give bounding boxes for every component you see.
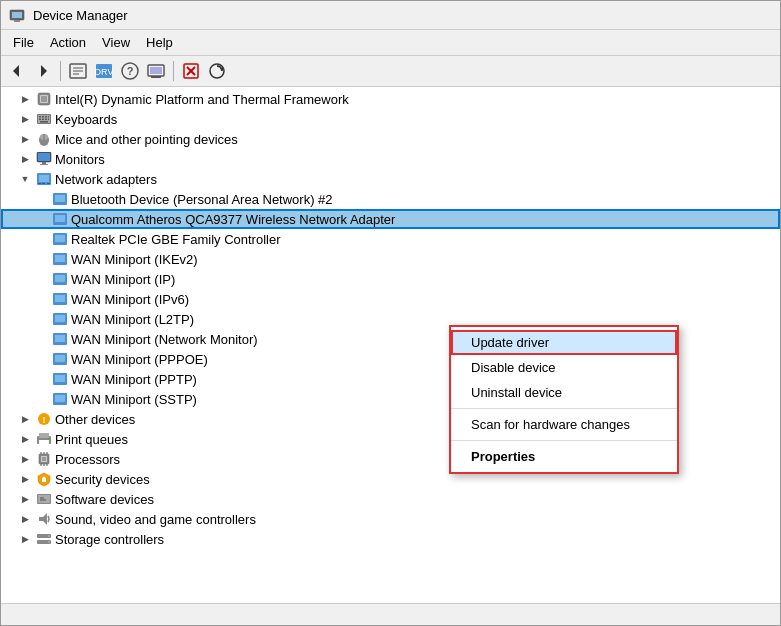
- tree-item-mice[interactable]: ▶ Mice and other pointing devices: [1, 129, 780, 149]
- expand-monitors[interactable]: ▶: [17, 151, 33, 167]
- expand-processors[interactable]: ▶: [17, 451, 33, 467]
- separator-2: [173, 61, 174, 81]
- display-device-button[interactable]: [144, 59, 168, 83]
- expand-storage[interactable]: ▶: [17, 531, 33, 547]
- title-icon: [9, 7, 25, 23]
- wan-ip-icon: [52, 271, 68, 287]
- svg-rect-52: [55, 235, 65, 242]
- context-menu-update-driver[interactable]: Update driver: [451, 330, 677, 355]
- expand-mice[interactable]: ▶: [17, 131, 33, 147]
- tree-item-intel-thermal[interactable]: ▶ Intel(R) Dynamic Platform and Thermal …: [1, 89, 780, 109]
- svg-point-94: [48, 541, 50, 543]
- wan-ikev2-label: WAN Miniport (IKEv2): [71, 252, 780, 267]
- expand-print-queues[interactable]: ▶: [17, 431, 33, 447]
- toolbar: DRV ?: [1, 56, 780, 87]
- network-adapters-icon: [36, 171, 52, 187]
- tree-item-qualcomm[interactable]: ▶ Qualcomm Atheros QCA9377 Wireless Netw…: [1, 209, 780, 229]
- menu-view[interactable]: View: [94, 32, 138, 53]
- svg-rect-56: [55, 275, 65, 282]
- keyboards-icon: [36, 111, 52, 127]
- qualcomm-label: Qualcomm Atheros QCA9377 Wireless Networ…: [71, 212, 780, 227]
- tree-item-bluetooth[interactable]: ▶ Bluetooth Device (Personal Area Networ…: [1, 189, 780, 209]
- svg-rect-14: [151, 76, 161, 78]
- svg-rect-45: [42, 183, 45, 184]
- device-manager-window: Device Manager File Action View Help: [0, 0, 781, 626]
- expand-sound[interactable]: ▶: [17, 511, 33, 527]
- monitors-icon: [36, 151, 52, 167]
- expand-intel-thermal[interactable]: ▶: [17, 91, 33, 107]
- svg-rect-1: [12, 12, 22, 18]
- svg-rect-23: [41, 96, 47, 102]
- tree-item-wan-ipv6[interactable]: ▶ WAN Miniport (IPv6): [1, 289, 780, 309]
- svg-rect-60: [55, 315, 65, 322]
- expand-network-adapters[interactable]: ▼: [17, 171, 33, 187]
- realtek-icon: [52, 231, 68, 247]
- svg-rect-72: [39, 433, 49, 438]
- svg-rect-34: [40, 121, 48, 123]
- context-menu-uninstall-device[interactable]: Uninstall device: [451, 380, 677, 405]
- svg-rect-2: [14, 20, 20, 22]
- properties-button[interactable]: [66, 59, 90, 83]
- scan-button[interactable]: [205, 59, 229, 83]
- svg-rect-58: [55, 295, 65, 302]
- menu-action[interactable]: Action: [42, 32, 94, 53]
- software-devices-label: Software devices: [55, 492, 780, 507]
- svg-rect-40: [42, 162, 46, 164]
- print-queues-icon: [36, 431, 52, 447]
- forward-button[interactable]: [31, 59, 55, 83]
- svg-rect-68: [55, 395, 65, 402]
- tree-item-keyboards[interactable]: ▶ Keyboards: [1, 109, 780, 129]
- sound-icon: [36, 511, 52, 527]
- menu-file[interactable]: File: [5, 32, 42, 53]
- context-menu-properties[interactable]: Properties: [451, 444, 677, 469]
- monitors-label: Monitors: [55, 152, 780, 167]
- expand-security-devices[interactable]: ▶: [17, 471, 33, 487]
- tree-item-wan-ikev2[interactable]: ▶ WAN Miniport (IKEv2): [1, 249, 780, 269]
- software-devices-icon: [36, 491, 52, 507]
- svg-rect-87: [38, 495, 50, 503]
- expand-keyboards[interactable]: ▶: [17, 111, 33, 127]
- context-menu-scan-hardware[interactable]: Scan for hardware changes: [451, 412, 677, 437]
- wan-l2tp-icon: [52, 311, 68, 327]
- expand-software-devices[interactable]: ▶: [17, 491, 33, 507]
- keyboards-label: Keyboards: [55, 112, 780, 127]
- uninstall-button[interactable]: [179, 59, 203, 83]
- svg-text:DRV: DRV: [95, 67, 114, 77]
- wan-ip-label: WAN Miniport (IP): [71, 272, 780, 287]
- tree-item-wan-ip[interactable]: ▶ WAN Miniport (IP): [1, 269, 780, 289]
- svg-rect-44: [38, 183, 41, 184]
- svg-rect-50: [55, 215, 65, 222]
- menu-help[interactable]: Help: [138, 32, 181, 53]
- tree-item-storage[interactable]: ▶ Storage controllers: [1, 529, 780, 549]
- tree-item-realtek[interactable]: ▶ Realtek PCIe GBE Family Controller: [1, 229, 780, 249]
- title-text: Device Manager: [33, 8, 128, 23]
- update-driver-toolbar-button[interactable]: DRV: [92, 59, 116, 83]
- svg-rect-39: [38, 153, 50, 161]
- tree-item-monitors[interactable]: ▶ Monitors: [1, 149, 780, 169]
- svg-point-74: [48, 438, 50, 440]
- context-separator-2: [451, 440, 677, 441]
- context-menu: Update driver Disable device Uninstall d…: [449, 325, 679, 474]
- intel-thermal-icon: [36, 91, 52, 107]
- tree-item-network-adapters[interactable]: ▼ Network adapters: [1, 169, 780, 189]
- help-button[interactable]: ?: [118, 59, 142, 83]
- network-adapters-label: Network adapters: [55, 172, 780, 187]
- tree-item-sound[interactable]: ▶ Sound, video and game controllers: [1, 509, 780, 529]
- wan-netmon-icon: [52, 331, 68, 347]
- svg-rect-26: [39, 116, 41, 118]
- content-area: ▶ Intel(R) Dynamic Platform and Thermal …: [1, 87, 780, 603]
- context-menu-disable-device[interactable]: Disable device: [451, 355, 677, 380]
- qualcomm-icon: [52, 211, 68, 227]
- back-button[interactable]: [5, 59, 29, 83]
- title-bar: Device Manager: [1, 1, 780, 30]
- processors-icon: [36, 451, 52, 467]
- realtek-label: Realtek PCIe GBE Family Controller: [71, 232, 780, 247]
- svg-rect-29: [48, 116, 49, 118]
- expand-other-devices[interactable]: ▶: [17, 411, 33, 427]
- tree-item-software-devices[interactable]: ▶ Software devices: [1, 489, 780, 509]
- svg-rect-15: [150, 67, 162, 74]
- svg-rect-62: [55, 335, 65, 342]
- svg-rect-54: [55, 255, 65, 262]
- svg-rect-41: [40, 164, 48, 165]
- menu-bar: File Action View Help: [1, 30, 780, 56]
